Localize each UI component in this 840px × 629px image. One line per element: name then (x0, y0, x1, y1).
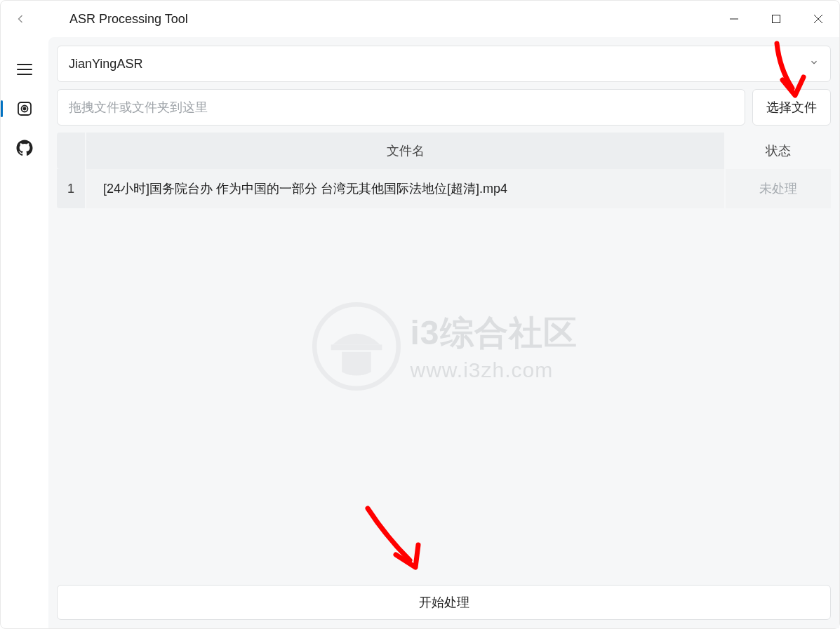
file-table: 文件名 状态 1 [24小时]国务院台办 作为中国的一部分 台湾无其他国际法地位… (57, 133, 831, 578)
engine-select-value: JianYingASR (69, 57, 809, 72)
row-index: 1 (57, 169, 85, 208)
sidebar-item-github[interactable] (13, 137, 36, 159)
table-row[interactable]: 1 [24小时]国务院台办 作为中国的一部分 台湾无其他国际法地位[超清].mp… (57, 169, 831, 208)
header-filename: 文件名 (86, 133, 724, 169)
sidebar-menu-toggle[interactable] (13, 58, 36, 81)
close-button[interactable] (797, 1, 839, 37)
minimize-icon (729, 14, 739, 24)
app-window: ASR Processing Tool Ji (0, 0, 840, 629)
watermark-logo-icon (310, 301, 401, 392)
header-index (57, 133, 85, 169)
window-title: ASR Processing Tool (39, 12, 188, 27)
github-icon (16, 140, 33, 156)
row-filename: [24小时]国务院台办 作为中国的一部分 台湾无其他国际法地位[超清].mp4 (86, 169, 724, 208)
browse-button[interactable]: 选择文件 (752, 89, 831, 126)
main-panel: JianYingASR 拖拽文件或文件夹到这里 选择文件 文件名 状态 1 [2… (48, 37, 839, 628)
watermark: i3综合社区 www.i3zh.com (310, 301, 577, 392)
window-body: JianYingASR 拖拽文件或文件夹到这里 选择文件 文件名 状态 1 [2… (1, 37, 839, 628)
engine-select[interactable]: JianYingASR (57, 46, 831, 82)
close-icon (813, 14, 823, 24)
arrow-left-icon (13, 12, 27, 26)
file-dropzone[interactable]: 拖拽文件或文件夹到这里 (57, 89, 745, 126)
sidebar (1, 37, 48, 628)
sidebar-item-process[interactable] (13, 97, 36, 120)
back-button[interactable] (13, 12, 39, 26)
svg-rect-1 (773, 15, 780, 23)
hamburger-icon (17, 64, 32, 75)
process-button[interactable]: 开始处理 (57, 585, 831, 620)
maximize-icon (771, 14, 781, 24)
header-status: 状态 (726, 133, 831, 169)
maximize-button[interactable] (755, 1, 797, 37)
watermark-line2: www.i3zh.com (410, 358, 553, 382)
chevron-down-icon (809, 58, 819, 70)
table-header: 文件名 状态 (57, 133, 831, 169)
svg-point-6 (24, 108, 26, 110)
square-target-icon (16, 100, 33, 117)
file-input-row: 拖拽文件或文件夹到这里 选择文件 (57, 89, 831, 126)
row-status: 未处理 (726, 169, 831, 208)
svg-rect-8 (331, 344, 382, 350)
minimize-button[interactable] (713, 1, 755, 37)
svg-point-7 (314, 304, 399, 388)
watermark-line1: i3综合社区 (410, 311, 577, 356)
title-bar: ASR Processing Tool (1, 1, 839, 37)
